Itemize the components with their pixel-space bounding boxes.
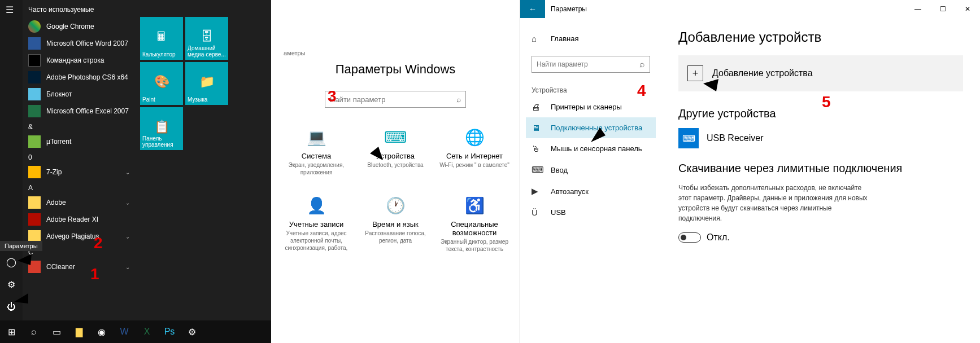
home-nav[interactable]: ⌂ Главная: [526, 29, 656, 48]
chrome-icon[interactable]: ◉: [90, 320, 113, 343]
search-icon[interactable]: ⌕: [23, 320, 45, 343]
devices-search-input[interactable]: [537, 60, 639, 68]
back-button[interactable]: ←: [520, 0, 545, 18]
app-label: µTorrent: [46, 138, 71, 146]
tile-icon: 🗄: [201, 29, 213, 44]
app-icon: [28, 166, 41, 178]
settings-search-input[interactable]: [330, 95, 456, 104]
home-icon: ⌂: [532, 34, 544, 43]
app-label: Microsoft Office Word 2007: [46, 39, 128, 47]
taskbar: ⊞ ⌕ ▭ ▇ ◉ W X Ps ⚙: [0, 320, 271, 343]
app-item[interactable]: Google Chrome: [23, 18, 136, 35]
category-name: Устройства: [356, 152, 435, 160]
settings-category[interactable]: ⌨ Устройства Bluetooth, устройства: [356, 125, 435, 176]
keyboard-icon: ⌨: [678, 128, 699, 148]
explorer-icon[interactable]: ▇: [68, 320, 90, 343]
sidebar-item[interactable]: 🖱 Мышь и сенсорная панель: [526, 138, 656, 159]
power-icon[interactable]: ⏻: [0, 296, 23, 318]
add-device-button[interactable]: + Добавление устройства: [678, 55, 963, 91]
chevron-down-icon: ⌄: [125, 169, 130, 175]
app-icon: [28, 20, 41, 33]
app-label: 7-Zip: [46, 168, 62, 176]
page-heading: Добавление устройств: [678, 29, 963, 45]
add-device-label: Добавление устройства: [712, 68, 813, 78]
devices-sidebar: ⌂ Главная ⌕ Устройства 🖨 Принтеры и скан…: [520, 18, 661, 343]
category-name: Сеть и Интернет: [435, 152, 514, 160]
task-view-icon[interactable]: ▭: [45, 320, 68, 343]
settings-taskbar-icon[interactable]: ⚙: [181, 320, 203, 343]
nav-icon: Ü: [532, 208, 544, 217]
settings-category[interactable]: 👤 Учетные записи Учетные записи, адрес э…: [277, 193, 356, 253]
app-item[interactable]: Adobe Reader XI: [23, 211, 136, 228]
tile[interactable]: 📁 Музыка: [185, 62, 228, 105]
category-icon: 🕐: [356, 193, 435, 218]
settings-category[interactable]: 💻 Система Экран, уведомления, приложения: [277, 125, 356, 176]
nav-label: Автозапуск: [551, 187, 589, 196]
tile[interactable]: 🎨 Paint: [140, 62, 183, 105]
sidebar-item[interactable]: 🖨 Принтеры и сканеры: [526, 96, 656, 117]
devices-content: Добавление устройств + Добавление устрой…: [661, 18, 980, 343]
app-item[interactable]: Microsoft Office Excel 2007: [23, 103, 136, 120]
group-letter[interactable]: 0: [23, 150, 136, 164]
app-item[interactable]: Блокнот: [23, 86, 136, 103]
account-icon[interactable]: ◯: [0, 250, 23, 273]
nav-icon: ▶: [532, 186, 544, 196]
chevron-down-icon: ⌄: [125, 264, 130, 270]
app-icon: [28, 105, 41, 117]
group-letter[interactable]: A: [23, 181, 136, 194]
category-name: Время и язык: [356, 220, 435, 228]
settings-window: аметры Параметры Windows ⌕ 💻 Система Экр…: [271, 0, 520, 343]
settings-categories: 💻 Система Экран, уведомления, приложения…: [271, 108, 520, 270]
sidebar-item[interactable]: 🖥 Подключенные устройства: [526, 117, 656, 138]
nav-label: Подключенные устройства: [551, 124, 642, 132]
device-item[interactable]: ⌨ USB Receiver: [678, 128, 963, 148]
settings-search[interactable]: ⌕: [325, 91, 466, 108]
sidebar-item[interactable]: ⌨ Ввод: [526, 159, 656, 181]
sidebar-item[interactable]: ▶ Автозапуск: [526, 181, 656, 202]
devices-window: ← Параметры — ☐ ✕ ⌂ Главная ⌕ Устройства…: [520, 0, 980, 343]
tile[interactable]: 🖩 Калькулятор: [140, 17, 183, 60]
nav-icon: ⌨: [532, 165, 544, 175]
tile-label: Панель управления: [142, 135, 181, 148]
tile-icon: 📋: [154, 120, 169, 134]
category-desc: Bluetooth, устройства: [356, 161, 435, 169]
app-item[interactable]: Adobe Photoshop CS6 x64: [23, 69, 136, 86]
hamburger-icon[interactable]: ☰: [6, 5, 14, 15]
settings-category[interactable]: 🌐 Сеть и Интернет Wi-Fi, режим " в самол…: [435, 125, 514, 176]
app-item[interactable]: Adobe ⌄: [23, 194, 136, 211]
group-letter[interactable]: &: [23, 120, 136, 133]
tile-label: Музыка: [188, 96, 226, 103]
window-title: Параметры: [551, 5, 587, 13]
search-icon: ⌕: [456, 95, 461, 104]
close-button[interactable]: ✕: [955, 0, 980, 18]
app-icon: [28, 196, 41, 209]
app-label: Adobe Reader XI: [46, 216, 98, 223]
maximize-button[interactable]: ☐: [930, 0, 955, 18]
category-desc: Распознавание голоса, регион, дата: [356, 230, 435, 244]
app-item[interactable]: CCleaner ⌄: [23, 258, 136, 275]
app-icon: [28, 135, 41, 148]
excel-icon[interactable]: X: [136, 320, 158, 343]
settings-category[interactable]: ♿ Специальные возможности Экранный дикто…: [435, 193, 514, 253]
metered-toggle[interactable]: Откл.: [678, 232, 963, 243]
category-icon: 👤: [277, 193, 356, 218]
start-button[interactable]: ⊞: [0, 320, 23, 343]
minimize-button[interactable]: —: [905, 0, 930, 18]
settings-icon[interactable]: ⚙: [0, 273, 23, 296]
app-item[interactable]: Командная строка: [23, 52, 136, 69]
app-item[interactable]: 7-Zip ⌄: [23, 164, 136, 181]
nav-icon: 🖨: [532, 102, 544, 112]
metered-header: Скачивание через лимитные подключения: [678, 162, 963, 175]
category-desc: Экран, уведомления, приложения: [277, 161, 356, 176]
tile[interactable]: 🗄 Домашний медиа-серве...: [185, 17, 228, 60]
app-icon: [28, 54, 41, 67]
sidebar-item[interactable]: Ü USB: [526, 202, 656, 223]
settings-category[interactable]: 🕐 Время и язык Распознавание голоса, рег…: [356, 193, 435, 253]
photoshop-icon[interactable]: Ps: [158, 320, 181, 343]
app-item[interactable]: µTorrent: [23, 133, 136, 150]
app-icon: [28, 261, 41, 273]
app-item[interactable]: Microsoft Office Word 2007: [23, 35, 136, 52]
word-icon[interactable]: W: [113, 320, 136, 343]
devices-search[interactable]: ⌕: [532, 56, 650, 73]
tile[interactable]: 📋 Панель управления: [140, 107, 183, 150]
